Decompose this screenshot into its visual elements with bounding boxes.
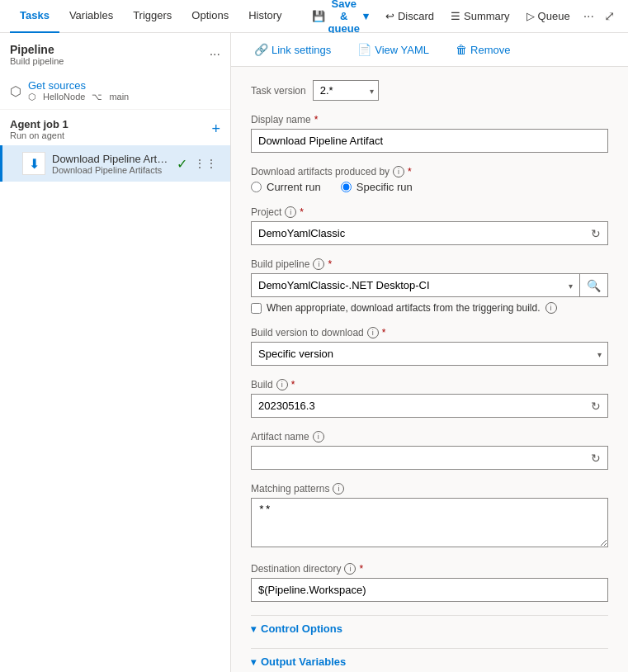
triggering-build-checkbox-label[interactable]: When appropriate, download artifacts fro… [251, 302, 608, 314]
link-settings-button[interactable]: 🔗 Link settings [248, 40, 338, 59]
task-item-info: Download Pipeline Artif... Download Pipe… [52, 153, 170, 175]
pipeline-info: Pipeline Build pipeline [10, 43, 64, 66]
project-label: Project i [251, 206, 608, 218]
checkbox-row: When appropriate, download artifacts fro… [251, 302, 608, 314]
control-options-header[interactable]: ▾ Control Options [251, 615, 608, 641]
add-task-button[interactable]: + [211, 121, 220, 138]
sub-header: 🔗 Link settings 📄 View YAML 🗑 Remove [231, 33, 628, 67]
build-row: Build i 20230516.3 ↻ [251, 379, 608, 418]
branch-icon: ⌥ [92, 92, 102, 102]
artifact-name-select-container: ↻ [251, 446, 608, 470]
trash-icon: 🗑 [456, 43, 467, 56]
tab-variables[interactable]: Variables [59, 0, 123, 33]
matching-patterns-label: Matching patterns i [251, 483, 608, 495]
build-pipeline-container: DemoYamlClassic-.NET Desktop-CI ▾ 🔍 [251, 273, 608, 297]
more-actions-button[interactable]: ··· [580, 6, 597, 27]
download-icon: ⬇ [29, 156, 40, 172]
pipeline-title: Pipeline [10, 43, 64, 56]
display-name-row: Display name [251, 114, 608, 153]
triggering-build-checkbox[interactable] [251, 303, 262, 314]
artifact-name-refresh-button[interactable]: ↻ [584, 446, 608, 470]
build-pipeline-row: Build pipeline i DemoYamlClassic-.NET De… [251, 258, 608, 314]
pipeline-subtitle: Build pipeline [10, 56, 64, 66]
build-info-icon[interactable]: i [276, 379, 288, 390]
save-dropdown-icon: ▾ [363, 10, 369, 22]
build-version-row: Build version to download i Specific ver… [251, 327, 608, 366]
display-name-label: Display name [251, 114, 608, 125]
expand-button[interactable]: ⤢ [601, 5, 618, 27]
output-variables-chevron: ▾ [251, 656, 256, 668]
destination-directory-input[interactable] [251, 578, 608, 602]
destination-directory-row: Destination directory i [251, 563, 608, 602]
build-pipeline-select-wrapper: DemoYamlClassic-.NET Desktop-CI ▾ [251, 273, 579, 297]
build-pipeline-select[interactable]: DemoYamlClassic-.NET Desktop-CI [251, 273, 579, 297]
build-version-select[interactable]: Specific version [251, 342, 608, 366]
build-version-select-container: Specific version ▾ [251, 342, 608, 366]
yaml-icon: 📄 [357, 43, 371, 56]
project-refresh-button[interactable]: ↻ [584, 221, 608, 245]
pipeline-more-button[interactable]: ··· [210, 47, 220, 62]
destination-directory-label: Destination directory i [251, 563, 608, 575]
task-item-subtitle: Download Pipeline Artifacts [52, 165, 170, 175]
link-icon: 🔗 [254, 43, 268, 56]
top-nav: Tasks Variables Triggers Options History… [0, 0, 628, 33]
tab-options[interactable]: Options [182, 0, 238, 33]
build-version-label: Build version to download i [251, 327, 608, 338]
radio-group: Current run Specific run [251, 181, 608, 193]
tab-history[interactable]: History [238, 0, 291, 33]
task-item-title: Download Pipeline Artif... [52, 153, 170, 165]
download-artifacts-info-icon[interactable]: i [393, 166, 404, 177]
matching-patterns-textarea[interactable]: ** [251, 498, 608, 547]
output-variables-header[interactable]: ▾ Output Variables [251, 648, 608, 672]
agent-job-title: Agent job 1 [10, 118, 68, 130]
destination-directory-info-icon[interactable]: i [344, 563, 356, 575]
summary-button[interactable]: ☰ Summary [444, 7, 517, 26]
undo-icon: ↩ [385, 10, 394, 22]
discard-button[interactable]: ↩ Discard [379, 7, 441, 26]
task-drag-button[interactable]: ⋮⋮ [191, 154, 220, 173]
display-name-input[interactable] [251, 129, 608, 153]
queue-button[interactable]: ▷ Queue [520, 7, 577, 26]
get-sources-title: Get sources [28, 79, 129, 92]
triggering-build-info-icon[interactable]: i [545, 302, 557, 314]
build-pipeline-info-icon[interactable]: i [313, 258, 324, 270]
build-select-container: 20230516.3 ↻ [251, 394, 608, 418]
remove-button[interactable]: 🗑 Remove [449, 40, 517, 59]
build-version-info-icon[interactable]: i [367, 327, 379, 338]
task-item-icon: ⬇ [22, 152, 45, 175]
radio-specific-run[interactable]: Specific run [341, 181, 413, 193]
tab-triggers[interactable]: Triggers [123, 0, 182, 33]
project-select-container: DemoYamlClassic ↻ [251, 221, 608, 245]
download-artifacts-label: Download artifacts produced by i [251, 166, 608, 177]
nav-tabs: Tasks Variables Triggers Options History [10, 0, 292, 33]
project-info-icon[interactable]: i [285, 206, 296, 218]
control-options-chevron: ▾ [251, 623, 256, 635]
task-item-actions: ✓ ⋮⋮ [177, 154, 220, 173]
view-yaml-button[interactable]: 📄 View YAML [351, 40, 436, 59]
artifact-name-info-icon[interactable]: i [313, 431, 324, 442]
project-select[interactable]: DemoYamlClassic [251, 221, 584, 245]
build-pipeline-search-button[interactable]: 🔍 [579, 273, 608, 297]
artifact-name-label: Artifact name i [251, 431, 608, 442]
form-content: Task version 2.* Display name Download a… [231, 67, 628, 672]
artifact-name-row: Artifact name i ↻ [251, 431, 608, 470]
left-panel: Pipeline Build pipeline ··· ⬡ Get source… [0, 33, 231, 672]
matching-patterns-info-icon[interactable]: i [333, 483, 344, 495]
task-check-icon: ✓ [177, 156, 187, 172]
right-panel: 🔗 Link settings 📄 View YAML 🗑 Remove Tas… [231, 33, 628, 672]
get-sources-item[interactable]: ⬡ Get sources ⬡ HelloNode ⌥ main [0, 73, 230, 110]
build-refresh-button[interactable]: ↻ [584, 394, 608, 418]
build-select[interactable]: 20230516.3 [251, 394, 584, 418]
tab-tasks[interactable]: Tasks [10, 0, 59, 33]
save-icon: 💾 [312, 10, 325, 22]
download-artifacts-row: Download artifacts produced by i Current… [251, 166, 608, 193]
agent-job-subtitle: Run on agent [10, 130, 68, 140]
task-version-row: Task version 2.* [251, 80, 608, 101]
artifact-name-select[interactable] [251, 446, 584, 470]
task-version-select[interactable]: 2.* [313, 80, 379, 101]
radio-current-run[interactable]: Current run [251, 181, 321, 193]
task-item[interactable]: ⬇ Download Pipeline Artif... Download Pi… [0, 145, 230, 182]
radio-current-run-input[interactable] [251, 182, 262, 192]
radio-specific-run-input[interactable] [341, 182, 352, 192]
get-sources-info: Get sources ⬡ HelloNode ⌥ main [28, 79, 129, 102]
